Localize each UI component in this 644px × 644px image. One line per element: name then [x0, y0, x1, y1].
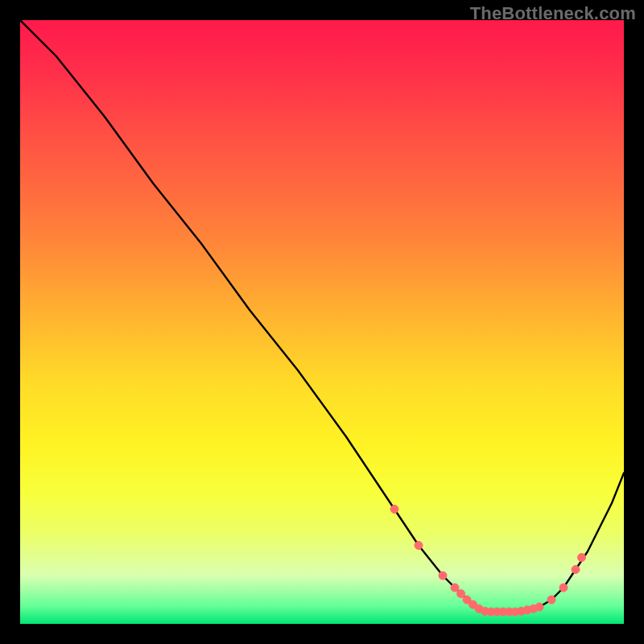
curve-dot: [451, 584, 459, 592]
curve-dot: [578, 554, 586, 562]
curve-dot: [457, 590, 465, 598]
curve-dot: [415, 542, 423, 550]
curve-dot: [559, 584, 568, 592]
curve-dot: [572, 566, 580, 574]
watermark-text: TheBottleneck.com: [470, 3, 636, 24]
bottleneck-curve-path: [20, 20, 624, 612]
marker-group: [390, 506, 586, 617]
curve-dot: [535, 603, 543, 611]
curve-dot: [439, 572, 447, 580]
plot-area: [20, 20, 624, 624]
curve-dot: [390, 506, 398, 514]
chart-frame: TheBottleneck.com: [0, 0, 644, 644]
curve-dot: [547, 596, 555, 604]
curve-svg: [20, 20, 624, 624]
